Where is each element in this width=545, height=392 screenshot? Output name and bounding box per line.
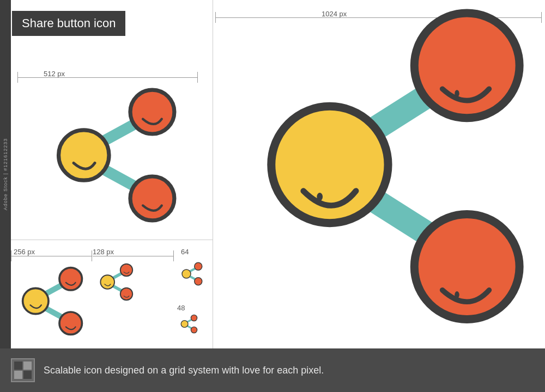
svg-point-9 <box>59 312 82 334</box>
section-divider <box>11 240 213 240</box>
title-bar: Share button icon <box>12 11 125 36</box>
share-icon-512 <box>22 84 196 226</box>
svg-point-8 <box>59 268 82 290</box>
footer-bar: Scalable icon designed on a grid system … <box>0 348 545 392</box>
adobe-stock-label: Adobe Stock | #121612233 <box>3 138 8 210</box>
svg-point-23 <box>191 315 197 321</box>
icon-cell <box>14 362 22 370</box>
svg-point-2 <box>59 130 109 180</box>
svg-point-7 <box>23 288 49 314</box>
dim-line-128-right-v <box>173 250 174 261</box>
svg-point-32 <box>455 291 459 298</box>
share-icon-1024 <box>218 22 541 348</box>
dim-line-256-right-v <box>92 250 92 261</box>
dim-line-512-h <box>17 77 197 78</box>
svg-point-30 <box>455 90 459 97</box>
share-icon-48 <box>177 313 199 335</box>
share-icon-128 <box>93 260 136 304</box>
icon-cell <box>23 362 32 370</box>
svg-point-17 <box>182 270 191 278</box>
svg-point-4 <box>130 176 174 220</box>
svg-point-19 <box>195 278 202 285</box>
svg-point-12 <box>100 275 114 289</box>
dim-label-256: 256 px <box>14 248 35 256</box>
svg-point-13 <box>120 264 132 276</box>
dim-line-512-right-v <box>197 72 198 83</box>
dim-label-1024: 1024 px <box>322 10 347 18</box>
svg-point-3 <box>130 90 174 134</box>
svg-point-18 <box>195 262 202 270</box>
dim-line-512-left-v <box>17 72 18 83</box>
dim-label-64: 64 <box>181 248 189 256</box>
dim-label-128: 128 px <box>93 248 114 256</box>
dim-label-48: 48 <box>177 304 185 312</box>
dim-line-1024-right-v <box>541 12 542 23</box>
svg-point-14 <box>120 288 132 300</box>
icon-cell <box>14 371 22 379</box>
icon-cell <box>23 371 32 379</box>
page-title: Share button icon <box>22 16 116 30</box>
dim-line-256-h <box>11 256 92 256</box>
svg-point-22 <box>181 321 188 328</box>
dim-label-512: 512 px <box>44 70 65 78</box>
dim-line-256-left-v <box>11 250 11 261</box>
share-icon-64 <box>177 260 204 287</box>
svg-point-28 <box>317 193 323 201</box>
share-icon-256 <box>8 260 89 342</box>
svg-point-24 <box>191 327 197 333</box>
adobe-stock-icon <box>11 358 35 382</box>
panel-divider <box>213 0 213 348</box>
dim-line-128-h <box>93 256 173 256</box>
footer-text: Scalable icon designed on a grid system … <box>44 365 324 376</box>
dim-line-1024-left-v <box>215 12 216 23</box>
